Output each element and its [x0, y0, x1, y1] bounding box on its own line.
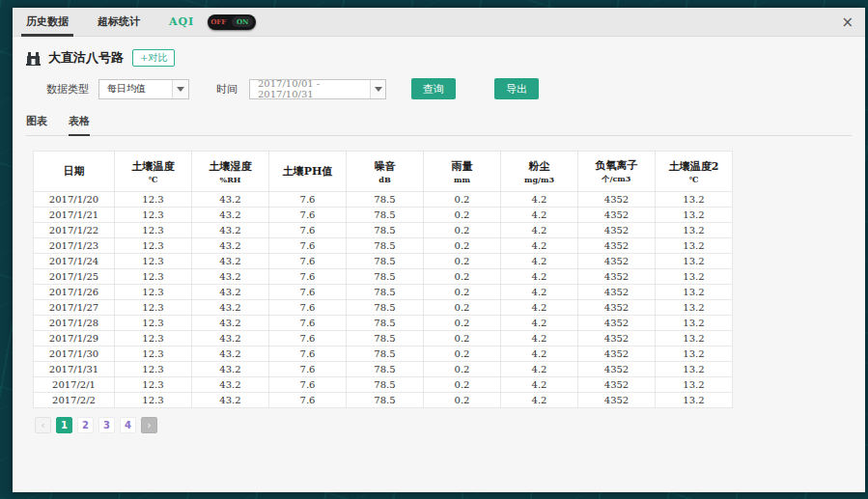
table-cell: 12.3: [115, 254, 192, 269]
column-title: 土壤温度2: [669, 160, 719, 173]
column-unit: ℃: [117, 175, 189, 184]
table-cell: 0.2: [424, 254, 501, 269]
next-page-button[interactable]: ›: [141, 417, 157, 433]
table-cell: 78.5: [347, 192, 424, 208]
table-cell: 0.2: [424, 331, 501, 347]
query-button[interactable]: 查询: [411, 78, 456, 99]
table-cell: 4.2: [501, 285, 578, 300]
table-cell: 2017/1/31: [34, 362, 115, 377]
table-cell: 13.2: [656, 223, 733, 238]
table-cell: 43.2: [192, 362, 269, 377]
table-cell: 78.5: [347, 331, 424, 347]
compare-button[interactable]: +对比: [132, 49, 175, 67]
table-cell: 4.2: [501, 208, 578, 223]
close-icon[interactable]: ×: [841, 8, 854, 37]
table-cell: 2017/1/23: [34, 238, 115, 254]
table-row: 2017/1/3112.343.27.678.50.24.2435213.2: [34, 362, 733, 377]
table-row: 2017/1/2812.343.27.678.50.24.2435213.2: [34, 316, 733, 331]
table-cell: 43.2: [192, 238, 269, 254]
table-cell: 7.6: [269, 269, 347, 285]
table-cell: 13.2: [656, 347, 733, 362]
pagination: ‹1234›: [35, 417, 865, 433]
data-type-select[interactable]: 每日均值: [98, 79, 189, 99]
table-cell: 4352: [578, 192, 656, 208]
export-button[interactable]: 导出: [494, 78, 539, 99]
page-button[interactable]: 4: [120, 417, 136, 433]
table-cell: 7.6: [269, 347, 347, 362]
table-cell: 0.2: [424, 208, 501, 223]
table-cell: 12.3: [115, 347, 192, 362]
table-row: 2017/1/2612.343.27.678.50.24.2435213.2: [34, 285, 733, 300]
table-cell: 7.6: [269, 300, 347, 316]
table-cell: 2017/1/30: [34, 347, 115, 362]
table-cell: 78.5: [347, 269, 424, 285]
table-cell: 2017/2/1: [34, 377, 115, 393]
time-range-select[interactable]: 2017/10/01 - 2017/10/31: [249, 79, 386, 99]
table-cell: 78.5: [347, 223, 424, 238]
table-cell: 7.6: [269, 192, 347, 208]
page-button[interactable]: 2: [77, 417, 94, 433]
table-cell: 43.2: [192, 347, 269, 362]
table-cell: 7.6: [269, 254, 347, 269]
page-button[interactable]: 3: [98, 417, 115, 433]
table-row: 2017/1/2212.343.27.678.50.24.2435213.2: [34, 223, 733, 238]
table-cell: 13.2: [656, 300, 733, 316]
table-cell: 12.3: [115, 269, 192, 285]
table-cell: 0.2: [424, 377, 501, 393]
history-data-panel: 历史数据 超标统计 AQI OFF ON × 大直沽八号路 +对比 数据类型 每…: [13, 8, 865, 492]
prev-page-button[interactable]: ‹: [35, 417, 51, 433]
table-cell: 12.3: [115, 208, 192, 223]
table-cell: 13.2: [656, 238, 733, 254]
table-row: 2017/1/2012.343.27.678.50.24.2435213.2: [34, 192, 733, 208]
column-title: 雨量: [452, 160, 473, 173]
column-title: 负氧离子: [596, 159, 638, 172]
table-cell: 13.2: [656, 393, 733, 408]
table-cell: 2017/1/21: [34, 208, 115, 223]
table-cell: 43.2: [192, 269, 269, 285]
table-cell: 7.6: [269, 285, 347, 300]
table-cell: 12.3: [115, 192, 192, 208]
table-cell: 43.2: [192, 192, 269, 208]
table-cell: 12.3: [115, 331, 192, 347]
page-button[interactable]: 1: [56, 417, 72, 433]
tab-exceed-statistics[interactable]: 超标统计: [98, 8, 140, 37]
table-cell: 0.2: [424, 192, 501, 208]
aqi-toggle[interactable]: OFF ON: [208, 14, 256, 30]
view-tabs: 图表 表格: [26, 114, 852, 136]
table-cell: 13.2: [656, 269, 733, 285]
table-row: 2017/1/2912.343.27.678.50.24.2435213.2: [34, 331, 733, 347]
table-cell: 12.3: [115, 223, 192, 238]
table-cell: 7.6: [269, 223, 347, 238]
chevron-down-icon: [172, 80, 188, 98]
table-cell: 4.2: [501, 377, 578, 393]
tab-table[interactable]: 表格: [69, 114, 90, 135]
table-cell: 43.2: [192, 331, 269, 347]
chevron-down-icon: [370, 80, 385, 98]
data-table: 日期土壤温度℃土壤湿度%RH土壤PH值噪音dB雨量mm粉尘mg/m3负氧离子个/…: [33, 151, 733, 408]
table-cell: 2017/1/24: [34, 254, 115, 269]
table-cell: 12.3: [115, 393, 192, 408]
tab-history-data[interactable]: 历史数据: [26, 8, 69, 37]
table-cell: 4352: [578, 238, 656, 254]
column-title: 噪音: [375, 160, 396, 173]
table-cell: 4.2: [501, 223, 578, 238]
table-cell: 4352: [578, 269, 656, 285]
column-unit: %RH: [194, 175, 266, 184]
table-cell: 12.3: [115, 285, 192, 300]
column-title: 粉尘: [529, 160, 550, 173]
table-cell: 78.5: [347, 208, 424, 223]
aqi-label: AQI: [169, 15, 194, 28]
table-cell: 13.2: [656, 208, 733, 223]
table-cell: 0.2: [424, 347, 501, 362]
table-cell: 7.6: [269, 393, 347, 408]
data-type-label: 数据类型: [46, 82, 89, 97]
table-row: 2017/1/2112.343.27.678.50.24.2435213.2: [34, 208, 733, 223]
table-cell: 2017/1/26: [34, 285, 115, 300]
table-cell: 2017/1/28: [34, 316, 115, 331]
time-label: 时间: [216, 82, 238, 97]
column-header: 负氧离子个/cm3: [578, 152, 656, 192]
filter-row: 数据类型 每日均值 时间 2017/10/01 - 2017/10/31 查询 …: [46, 78, 865, 99]
table-cell: 78.5: [347, 393, 424, 408]
table-cell: 4352: [578, 362, 656, 377]
tab-chart[interactable]: 图表: [26, 114, 47, 135]
